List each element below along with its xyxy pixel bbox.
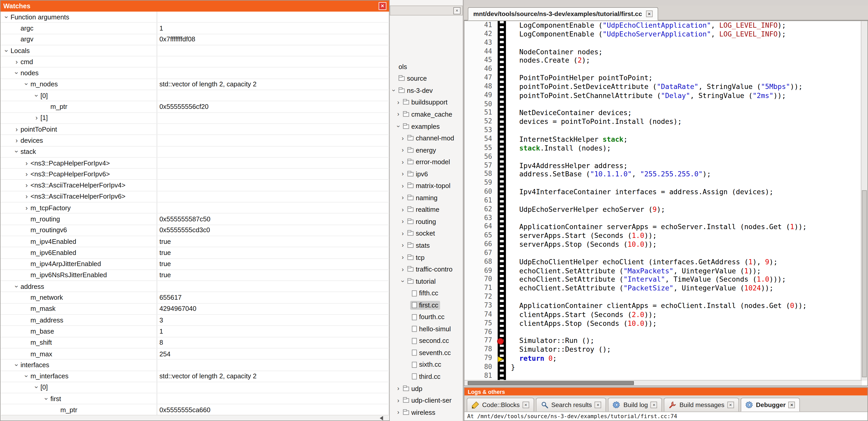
watch-row[interactable]: ›Locals: [1, 45, 389, 56]
collapse-icon[interactable]: ›: [23, 373, 30, 380]
watch-row[interactable]: argc1: [1, 23, 389, 34]
watch-row[interactable]: ›m_tcpFactory: [1, 202, 389, 214]
logs-tab-build-messages[interactable]: Build messages×: [664, 398, 739, 412]
watch-row[interactable]: ›interfaces: [1, 360, 389, 371]
editor-vertical-scrollbar[interactable]: [861, 21, 867, 380]
logs-tab-search-results[interactable]: Search results×: [536, 398, 607, 412]
expand-icon[interactable]: ›: [23, 204, 31, 211]
expand-icon[interactable]: ›: [400, 207, 406, 213]
expand-icon[interactable]: ›: [23, 193, 31, 200]
expand-icon[interactable]: ›: [400, 147, 406, 153]
close-icon[interactable]: ×: [379, 2, 386, 10]
tree-item-tutorial[interactable]: ›tutorial: [390, 276, 463, 287]
watch-row[interactable]: ›nodes: [1, 68, 389, 79]
tree-item-ns-3-dev[interactable]: ›ns-3-dev: [390, 85, 463, 96]
tree-item-matrix-topol[interactable]: ›matrix-topol: [390, 180, 463, 192]
collapse-icon[interactable]: ›: [43, 395, 50, 402]
tree-item-fourth.cc[interactable]: fourth.cc: [390, 311, 463, 323]
breakpoint-icon[interactable]: [497, 338, 504, 345]
logs-tab-debugger[interactable]: Debugger×: [740, 398, 800, 412]
watch-row[interactable]: m_shift8: [1, 337, 389, 348]
expand-icon[interactable]: ›: [395, 409, 401, 416]
expand-icon[interactable]: ›: [400, 219, 406, 225]
scrollbar-thumb[interactable]: [862, 190, 867, 377]
collapse-icon[interactable]: ›: [391, 88, 397, 94]
tree-item-realtime[interactable]: ›realtime: [390, 204, 463, 216]
tree-item-udp-client-ser[interactable]: ›udp-client-ser: [390, 395, 463, 407]
watch-row[interactable]: m_ipv4ArpJitterEnabledtrue: [1, 259, 389, 270]
watch-row[interactable]: m_max254: [1, 348, 389, 359]
watch-row[interactable]: m_address3: [1, 315, 389, 326]
watch-row[interactable]: ›stack: [1, 147, 389, 158]
expand-icon[interactable]: ›: [400, 266, 406, 272]
watch-row[interactable]: ›<ns3::AsciiTraceHelperForIpv6>: [1, 191, 389, 202]
watch-row[interactable]: ›pointToPoint: [1, 124, 389, 135]
tree-item-traffic-contro[interactable]: ›traffic-contro: [390, 263, 463, 276]
watch-row[interactable]: ›<ns3::AsciiTraceHelperForIpv4>: [1, 180, 389, 191]
collapse-icon[interactable]: ›: [13, 69, 20, 77]
tree-item-socket[interactable]: ›socket: [390, 228, 463, 240]
collapse-icon[interactable]: ›: [13, 148, 20, 156]
watch-row[interactable]: ›[1]: [1, 113, 389, 124]
tree-item-udp[interactable]: ›udp: [390, 383, 463, 395]
watch-row[interactable]: m_base1: [1, 326, 389, 337]
breakpoint-margin[interactable]: [498, 21, 506, 380]
watch-row[interactable]: ›m_nodesstd::vector of length 2, capacit…: [1, 79, 389, 90]
logs-tab-build-log[interactable]: Build log×: [608, 398, 662, 412]
tree-item-hello-simul[interactable]: hello-simul: [390, 323, 463, 335]
tree-item-sixth.cc[interactable]: sixth.cc: [390, 359, 463, 371]
watch-row[interactable]: ›<ns3::PcapHelperForIpv4>: [1, 158, 389, 169]
watch-row[interactable]: ›<ns3::PcapHelperForIpv6>: [1, 169, 389, 180]
expand-icon[interactable]: ›: [13, 59, 21, 65]
tree-item-second.cc[interactable]: second.cc: [390, 335, 463, 347]
expand-icon[interactable]: ›: [400, 171, 406, 177]
collapse-icon[interactable]: ›: [395, 123, 401, 130]
close-icon[interactable]: ×: [523, 401, 529, 408]
tree-item-ols[interactable]: ols: [390, 61, 463, 73]
watch-row[interactable]: m_mask4294967040: [1, 303, 389, 315]
tree-item-buildsupport[interactable]: ›buildsupport: [390, 97, 463, 108]
close-icon[interactable]: ×: [646, 10, 653, 17]
close-icon[interactable]: ×: [454, 7, 461, 14]
tree-item-examples[interactable]: ›examples: [390, 121, 463, 132]
watch-row[interactable]: m_ipv4Enabledtrue: [1, 236, 389, 247]
editor-horizontal-scrollbar[interactable]: [465, 380, 862, 385]
close-icon[interactable]: ×: [595, 401, 601, 408]
expand-icon[interactable]: ›: [400, 255, 406, 261]
close-icon[interactable]: ×: [651, 401, 657, 408]
expand-icon[interactable]: ›: [400, 231, 406, 237]
expand-icon[interactable]: ›: [395, 397, 401, 404]
watch-row[interactable]: m_routing0x555555587c50: [1, 214, 389, 225]
tree-item-source[interactable]: source: [390, 73, 463, 85]
watch-row[interactable]: ›m_interfacesstd::vector of length 2, ca…: [1, 371, 389, 382]
watch-row[interactable]: ›devices: [1, 135, 389, 146]
logs-titlebar[interactable]: Logs & others: [465, 388, 867, 395]
expand-icon[interactable]: ›: [400, 183, 406, 189]
watch-row[interactable]: ›cmd: [1, 57, 389, 68]
tree-item-wireless[interactable]: ›wireless: [390, 407, 463, 418]
collapse-icon[interactable]: ›: [33, 384, 40, 391]
collapse-icon[interactable]: ›: [13, 361, 20, 369]
watches-horizontal-scrollbar[interactable]: [1, 415, 389, 420]
close-icon[interactable]: ×: [788, 401, 795, 408]
expand-icon[interactable]: ›: [23, 160, 31, 166]
expand-icon[interactable]: ›: [400, 135, 406, 141]
editor-tab[interactable]: mnt/dev/tools/source/ns-3-dev/examples/t…: [468, 7, 658, 21]
expand-icon[interactable]: ›: [13, 126, 21, 133]
watch-row[interactable]: m_ipv6Enabledtrue: [1, 248, 389, 259]
tree-item-third.cc[interactable]: third.cc: [390, 371, 463, 383]
expand-icon[interactable]: ›: [13, 137, 21, 144]
collapse-icon[interactable]: ›: [33, 92, 40, 99]
tree-item-ipv6[interactable]: ›ipv6: [390, 168, 463, 180]
expand-icon[interactable]: ›: [23, 182, 31, 189]
tree-item-seventh.cc[interactable]: seventh.cc: [390, 347, 463, 359]
watch-row[interactable]: ›first: [1, 393, 389, 404]
collapse-icon[interactable]: ›: [3, 47, 10, 55]
tree-item-first.cc[interactable]: first.cc: [390, 299, 463, 311]
logs-tab-code--blocks[interactable]: Code::Blocks×: [467, 398, 534, 412]
collapse-icon[interactable]: ›: [3, 13, 10, 21]
watches-titlebar[interactable]: Watches ×: [1, 1, 389, 12]
code-content[interactable]: LogComponentEnable ("UdpEchoClientApplic…: [511, 21, 860, 380]
tree-item-error-model[interactable]: ›error-model: [390, 156, 463, 168]
watch-row[interactable]: ›[0]: [1, 90, 389, 101]
